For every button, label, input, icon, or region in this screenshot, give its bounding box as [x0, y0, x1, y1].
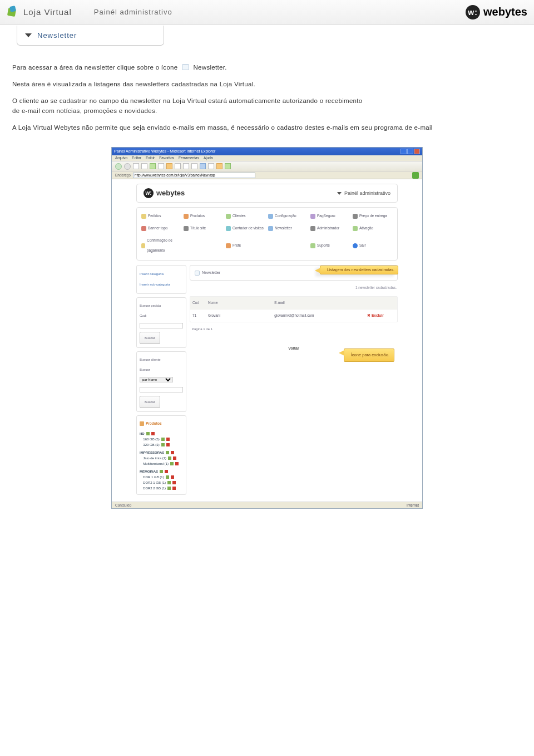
menu-confpag[interactable]: Confirmação de pagamento: [141, 235, 181, 256]
edit-icon[interactable]: [167, 481, 171, 484]
forward-icon[interactable]: [124, 163, 131, 170]
delete-icon[interactable]: [175, 462, 179, 465]
tree-sub[interactable]: DDR 1 GB (1): [140, 474, 183, 480]
tree-sub[interactable]: DDR2 1 GB (1): [140, 480, 183, 485]
home-icon[interactable]: [150, 163, 156, 169]
link-insert-category[interactable]: Inserir categoria: [140, 269, 183, 279]
menu-admin[interactable]: Administrador: [310, 223, 350, 233]
menu-config[interactable]: Configuração: [268, 211, 308, 221]
edit-icon[interactable]: [167, 487, 171, 490]
history-icon[interactable]: [175, 163, 181, 169]
field-label: Cod:: [140, 311, 183, 321]
buscar-cliente-select[interactable]: por Nome: [140, 377, 173, 382]
refresh-icon[interactable]: [141, 163, 147, 169]
delete-icon[interactable]: [171, 451, 174, 454]
delete-icon[interactable]: [172, 481, 176, 484]
section-chip[interactable]: Newsletter: [17, 26, 164, 46]
edit-icon[interactable]: [146, 432, 150, 435]
menu-frete[interactable]: Frete: [226, 235, 266, 256]
td-nome: Giovani: [208, 311, 274, 321]
paragraph-2: Nesta área é visualizada a listagens das…: [12, 79, 522, 89]
menu-label: Pedidos: [148, 211, 161, 221]
tree-sub[interactable]: DDR2 2 GB (1): [140, 485, 183, 491]
tree-sub[interactable]: 320 GB (3): [140, 442, 183, 448]
menu-icon: [226, 214, 231, 219]
menu-suporte[interactable]: Suporte: [310, 235, 350, 256]
td-email: giovanirvd@hotmail.com: [274, 311, 367, 321]
menu-item[interactable]: Exibir: [146, 153, 155, 163]
menu-pagseguro[interactable]: PagSeguro: [310, 211, 350, 221]
menu-icon: [353, 214, 358, 219]
menu-icon: [141, 226, 146, 231]
menu-item[interactable]: Favoritos: [159, 153, 174, 163]
menu-icon: [141, 243, 145, 248]
delete-icon[interactable]: [166, 443, 170, 446]
edit-icon[interactable]: [160, 470, 163, 473]
field-label: Buscar: [140, 368, 150, 371]
delete-icon[interactable]: [172, 487, 176, 490]
cod-input[interactable]: [140, 323, 183, 328]
buscar-cliente-button[interactable]: Buscar: [140, 396, 160, 408]
menu-item[interactable]: Editar: [132, 153, 141, 163]
cliente-input[interactable]: [140, 387, 183, 392]
menu-item[interactable]: Arquivo: [115, 153, 127, 163]
delete-icon[interactable]: [171, 475, 174, 479]
go-icon[interactable]: [412, 172, 419, 179]
delete-icon[interactable]: [165, 470, 168, 473]
delete-icon[interactable]: [166, 438, 170, 441]
menu-sair[interactable]: Sair: [353, 235, 393, 256]
tree-sub[interactable]: Multifuncional (1): [140, 461, 183, 467]
back-icon[interactable]: [115, 163, 122, 170]
app-logo-icon: [7, 6, 19, 18]
menu-blank1: [184, 235, 224, 256]
tree-sub[interactable]: Jato de tinta (1): [140, 455, 183, 461]
tree-cat-mem[interactable]: MEMORIAS: [140, 469, 183, 474]
menu-entrega[interactable]: Preço de entrega: [353, 211, 393, 221]
menu-produtos[interactable]: Produtos: [184, 211, 224, 221]
p1-b: Newsletter.: [193, 64, 226, 71]
edit-icon[interactable]: [168, 456, 171, 460]
tree-cat-impr[interactable]: IMPRESSORAS: [140, 450, 183, 455]
menu-item[interactable]: Ferramentas: [179, 153, 199, 163]
print-icon[interactable]: [191, 163, 197, 169]
edit-icon[interactable]: [166, 451, 169, 454]
minimize-icon[interactable]: [400, 149, 407, 154]
menu-label: Confirmação de pagamento: [147, 235, 181, 256]
mail-icon[interactable]: [183, 163, 189, 169]
menu-pedidos[interactable]: Pedidos: [141, 211, 181, 221]
app-title: Loja Virtual: [23, 7, 72, 17]
close-icon[interactable]: [414, 149, 420, 154]
edit-icon[interactable]: [166, 475, 169, 479]
edit-icon[interactable]: [200, 163, 206, 169]
link-insert-subcategory[interactable]: Inserir sub-categoria: [140, 279, 183, 289]
menu-label: Contador de visitas: [233, 223, 264, 233]
buscar-pedido-button[interactable]: Buscar: [140, 332, 160, 344]
discuss-icon[interactable]: [208, 163, 214, 169]
delete-button[interactable]: Excluir: [367, 311, 395, 321]
favorites-icon[interactable]: [166, 163, 172, 169]
menu-icon: [310, 243, 315, 248]
sub-label: 160 GB (5): [143, 436, 159, 442]
menu-ativacao[interactable]: Ativação: [353, 223, 393, 233]
edit-icon[interactable]: [161, 443, 165, 446]
menu-titulo[interactable]: Título site: [184, 223, 224, 233]
menu-newsletter[interactable]: Newsletter: [268, 223, 308, 233]
tree-sub[interactable]: 160 GB (5): [140, 436, 183, 442]
maximize-icon[interactable]: [407, 149, 413, 154]
messenger-icon[interactable]: [225, 163, 231, 169]
menu-banner[interactable]: Banner topo: [141, 223, 181, 233]
menu-item[interactable]: Ajuda: [204, 153, 213, 163]
delete-icon[interactable]: [151, 432, 155, 435]
edit-icon[interactable]: [161, 438, 165, 441]
search-icon[interactable]: [158, 163, 164, 169]
tree-cat-hd[interactable]: HD: [140, 431, 183, 436]
edit-icon[interactable]: [170, 462, 174, 465]
table-head: Cod Nome E-mail: [190, 297, 397, 309]
delete-icon[interactable]: [173, 456, 176, 460]
menu-contador[interactable]: Contador de visitas: [226, 223, 266, 233]
stop-icon[interactable]: [133, 163, 139, 169]
research-icon[interactable]: [216, 163, 222, 169]
address-input[interactable]: [133, 173, 255, 178]
menu-clientes[interactable]: Clientes: [226, 211, 266, 221]
screenshot-wrapper: Painel Administrativo Webytes - Microsof…: [12, 147, 522, 509]
